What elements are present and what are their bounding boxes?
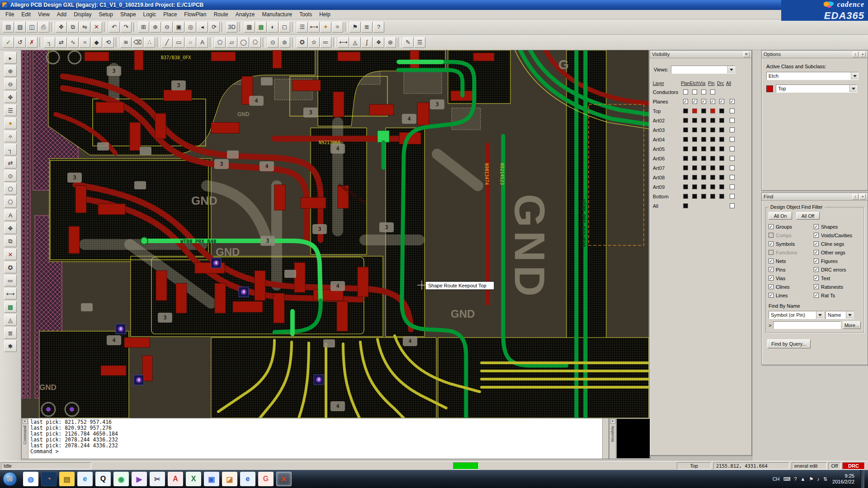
layer-all-checkbox[interactable] [730, 127, 735, 132]
taskbar-gpdf-icon[interactable]: G [258, 472, 274, 486]
menu-item[interactable]: Add [53, 10, 70, 19]
open-drawing[interactable]: ▧ [14, 22, 26, 33]
add-connect[interactable]: ┐ [44, 37, 55, 48]
find-filter-item[interactable]: Rat Ts [814, 292, 864, 299]
move[interactable]: ✥ [4, 222, 17, 234]
start-button[interactable]: ⊞ [3, 472, 17, 486]
views-dropdown[interactable] [671, 66, 735, 74]
undo[interactable]: ↶ [108, 22, 120, 33]
rats-all[interactable]: ≋ [120, 37, 132, 48]
command-console[interactable]: ✕ Command last pick: 821.752 957.416last… [21, 418, 609, 459]
taskbar-editor-icon[interactable]: e [240, 472, 255, 486]
dehighlight[interactable]: ✧ [4, 131, 17, 142]
planes-checkbox[interactable] [683, 99, 688, 104]
separator[interactable] [292, 38, 295, 47]
cancel[interactable]: ✗ [26, 37, 38, 48]
find-filter-item[interactable]: Symbols [769, 240, 814, 247]
menu-item[interactable]: Logic [140, 10, 160, 19]
shape-circle[interactable]: ◯ [238, 37, 249, 48]
all-off-button[interactable]: All Off [796, 212, 820, 220]
move[interactable]: ✥ [56, 22, 67, 33]
taskbar-firefox-icon[interactable]: ◔ [41, 472, 57, 486]
shape-rect[interactable]: ▱ [226, 37, 237, 48]
taskbar-chrome-icon[interactable]: ◍ [23, 472, 38, 486]
zoom-out[interactable]: ⊖ [161, 22, 173, 33]
menu-item[interactable]: Route [210, 10, 232, 19]
nc-drill[interactable]: ⊛ [385, 37, 396, 48]
custom-smooth[interactable]: ≈ [79, 37, 90, 48]
pcb-design-canvas[interactable]: 3 3 4 3 4 4 3 4 3 3 3 3 4 4 4 4 3 [21, 50, 649, 418]
find-name-input[interactable] [773, 321, 841, 329]
unfix[interactable]: ✫ [308, 37, 320, 48]
highlight[interactable]: ✦ [320, 22, 331, 33]
layer-all-checkbox[interactable] [730, 118, 735, 123]
visibility-close-icon[interactable]: ✕ [743, 52, 750, 57]
options-titlebar[interactable]: Options ↕ ▪ [762, 51, 868, 58]
console-close-icon[interactable]: ✕ [23, 419, 28, 424]
separator[interactable] [116, 38, 118, 47]
separator[interactable] [263, 38, 265, 47]
add-line[interactable]: ╱ [161, 37, 173, 48]
all-on-button[interactable]: All On [769, 212, 792, 220]
separator[interactable] [51, 22, 54, 32]
separator[interactable] [292, 22, 295, 32]
menu-item[interactable]: Help [316, 10, 334, 19]
console-output[interactable]: last pick: 821.752 957.416last pick: 820… [28, 418, 602, 459]
fix[interactable]: ✪ [297, 37, 308, 48]
options-pin-icon[interactable]: ↕ [852, 52, 859, 57]
menu-item[interactable]: View [34, 10, 53, 19]
fix[interactable]: ✪ [4, 262, 17, 273]
redraw[interactable]: ⟳ [208, 22, 220, 33]
find-titlebar[interactable]: Find ↕ ▪ [762, 193, 868, 201]
taskbar-capture-icon[interactable]: ✂ [150, 472, 165, 486]
delete[interactable]: ✕ [4, 249, 17, 260]
show-desktop-button[interactable] [860, 470, 864, 488]
redo[interactable]: ↷ [120, 22, 132, 33]
grid-toggle[interactable]: ▦ [244, 22, 255, 33]
property-edit[interactable]: ≔ [4, 275, 17, 286]
find-filter-item[interactable]: Cline segs [814, 240, 864, 247]
taskbar-player-icon[interactable]: ▶ [132, 472, 147, 486]
copy[interactable]: ⧉ [4, 235, 17, 247]
shape-polygon[interactable]: ⬠ [214, 37, 226, 48]
measure[interactable]: ⟷ [338, 37, 349, 48]
layer-all-checkbox[interactable] [730, 156, 735, 161]
worldview-close-icon[interactable]: ✕ [610, 419, 615, 424]
show-element[interactable]: ☰ [4, 104, 17, 116]
status-drc-badge[interactable]: DRC [842, 462, 865, 469]
tray-up-icon[interactable]: ▲ [801, 476, 806, 482]
shape-void[interactable]: ⎔ [250, 37, 261, 48]
copy[interactable]: ⧉ [67, 22, 79, 33]
layer-all-checkbox[interactable] [730, 137, 735, 142]
layer-all-checkbox[interactable] [730, 175, 735, 180]
add-rect[interactable]: ▭ [173, 37, 184, 48]
mirror[interactable]: ⇋ [79, 22, 90, 33]
property-edit[interactable]: ≔ [320, 37, 331, 48]
find-type-dropdown[interactable]: Symbol (or Pin) [769, 311, 824, 319]
blank-window[interactable]: ◻ [279, 22, 290, 33]
waive-drc[interactable]: ⚑ [349, 22, 361, 33]
cross-section[interactable]: ≣ [361, 22, 373, 33]
separator[interactable] [133, 22, 136, 32]
conductors-checkbox[interactable] [683, 89, 688, 94]
layer-all-checkbox[interactable] [730, 194, 735, 199]
zoom-world[interactable]: ◎ [185, 22, 196, 33]
separator[interactable] [104, 22, 107, 32]
drc-update[interactable]: ◬ [4, 314, 17, 326]
slide[interactable]: ⇄ [4, 157, 17, 169]
visibility-titlebar[interactable]: Visibility ✕ [650, 51, 751, 58]
setup[interactable]: ✱ [4, 340, 17, 352]
find-filter-item[interactable]: Lines [769, 292, 814, 299]
zoom-previous[interactable]: ◂ [197, 22, 208, 33]
artwork[interactable]: ❖ [373, 37, 384, 48]
add-text[interactable]: A [4, 209, 17, 221]
tray-ime-icon[interactable]: ⌨ [783, 476, 791, 482]
find-dock-icon[interactable]: ▪ [859, 194, 866, 200]
select[interactable]: ▸ [4, 52, 17, 64]
separator[interactable] [333, 38, 336, 47]
cross-section[interactable]: ≣ [4, 327, 17, 339]
done[interactable]: ✓ [3, 37, 14, 48]
color-dialog[interactable]: ▩ [4, 301, 17, 313]
taskbar-clock[interactable]: 9:25 2016/2/22 [832, 473, 854, 485]
find-filter-item[interactable]: Voids/Cavities [814, 232, 864, 239]
